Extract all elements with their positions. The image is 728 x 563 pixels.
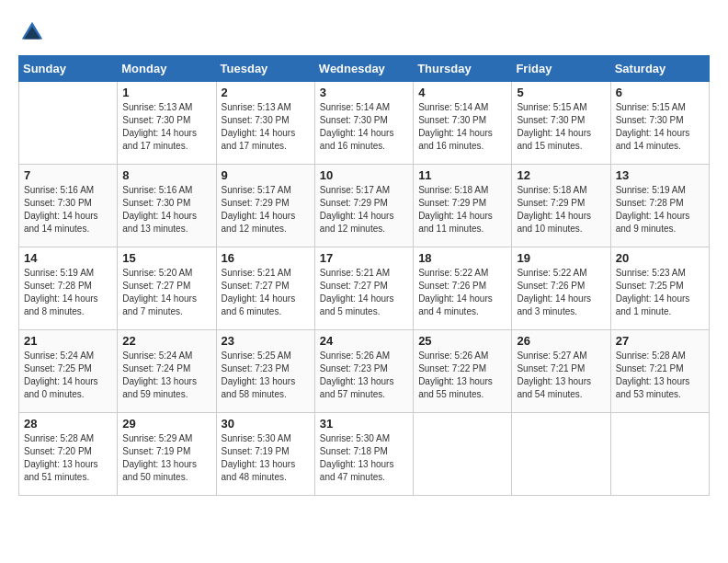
weekday-header-monday: Monday (118, 56, 216, 82)
calendar-cell: 9Sunrise: 5:17 AMSunset: 7:29 PMDaylight… (216, 165, 314, 247)
calendar-cell: 1Sunrise: 5:13 AMSunset: 7:30 PMDaylight… (118, 82, 216, 165)
week-row-4: 21Sunrise: 5:24 AMSunset: 7:25 PMDayligh… (19, 330, 710, 413)
cell-info: Sunrise: 5:30 AMSunset: 7:19 PMDaylight:… (222, 432, 310, 484)
cell-info: Sunrise: 5:23 AMSunset: 7:25 PMDaylight:… (616, 267, 704, 318)
day-number: 26 (517, 334, 605, 348)
cell-info: Sunrise: 5:27 AMSunset: 7:21 PMDaylight:… (517, 350, 605, 401)
day-number: 5 (517, 86, 605, 99)
calendar-cell: 10Sunrise: 5:17 AMSunset: 7:29 PMDayligh… (314, 165, 413, 247)
cell-info: Sunrise: 5:21 AMSunset: 7:27 PMDaylight:… (222, 267, 310, 318)
calendar-cell: 21Sunrise: 5:24 AMSunset: 7:25 PMDayligh… (19, 330, 118, 413)
cell-info: Sunrise: 5:13 AMSunset: 7:30 PMDaylight:… (222, 101, 310, 153)
calendar-cell: 18Sunrise: 5:22 AMSunset: 7:26 PMDayligh… (414, 247, 512, 330)
calendar-cell: 27Sunrise: 5:28 AMSunset: 7:21 PMDayligh… (610, 330, 709, 413)
calendar-cell: 25Sunrise: 5:26 AMSunset: 7:22 PMDayligh… (414, 330, 512, 413)
calendar-cell: 30Sunrise: 5:30 AMSunset: 7:19 PMDayligh… (216, 413, 314, 496)
calendar-cell: 13Sunrise: 5:19 AMSunset: 7:28 PMDayligh… (610, 165, 709, 247)
calendar-cell: 17Sunrise: 5:21 AMSunset: 7:27 PMDayligh… (314, 247, 413, 330)
calendar-cell: 6Sunrise: 5:15 AMSunset: 7:30 PMDaylight… (610, 82, 709, 165)
calendar-cell: 8Sunrise: 5:16 AMSunset: 7:30 PMDaylight… (118, 165, 216, 247)
cell-info: Sunrise: 5:14 AMSunset: 7:30 PMDaylight:… (320, 101, 408, 153)
day-number: 18 (418, 251, 506, 265)
calendar-cell: 20Sunrise: 5:23 AMSunset: 7:25 PMDayligh… (610, 247, 709, 330)
calendar-cell: 3Sunrise: 5:14 AMSunset: 7:30 PMDaylight… (314, 82, 413, 165)
weekday-header-wednesday: Wednesday (314, 56, 413, 82)
week-row-3: 14Sunrise: 5:19 AMSunset: 7:28 PMDayligh… (19, 247, 710, 330)
calendar-cell: 16Sunrise: 5:21 AMSunset: 7:27 PMDayligh… (216, 247, 314, 330)
calendar-cell: 12Sunrise: 5:18 AMSunset: 7:29 PMDayligh… (512, 165, 610, 247)
day-number: 12 (517, 168, 605, 182)
day-number: 11 (418, 168, 506, 182)
calendar-cell: 26Sunrise: 5:27 AMSunset: 7:21 PMDayligh… (512, 330, 610, 413)
day-number: 29 (122, 417, 210, 431)
cell-info: Sunrise: 5:25 AMSunset: 7:23 PMDaylight:… (222, 350, 310, 401)
day-number: 7 (24, 168, 112, 182)
calendar-cell: 4Sunrise: 5:14 AMSunset: 7:30 PMDaylight… (414, 82, 512, 165)
day-number: 1 (122, 86, 210, 99)
cell-info: Sunrise: 5:15 AMSunset: 7:30 PMDaylight:… (616, 101, 704, 153)
calendar-cell: 28Sunrise: 5:28 AMSunset: 7:20 PMDayligh… (19, 413, 118, 496)
cell-info: Sunrise: 5:17 AMSunset: 7:29 PMDaylight:… (222, 184, 310, 236)
cell-info: Sunrise: 5:20 AMSunset: 7:27 PMDaylight:… (122, 267, 210, 318)
week-row-5: 28Sunrise: 5:28 AMSunset: 7:20 PMDayligh… (19, 413, 710, 496)
calendar-cell: 2Sunrise: 5:13 AMSunset: 7:30 PMDaylight… (216, 82, 314, 165)
day-number: 10 (320, 168, 408, 182)
weekday-header-sunday: Sunday (19, 56, 118, 82)
day-number: 23 (222, 334, 310, 348)
weekday-header-thursday: Thursday (414, 56, 512, 82)
day-number: 4 (418, 86, 506, 99)
cell-info: Sunrise: 5:18 AMSunset: 7:29 PMDaylight:… (517, 184, 605, 236)
calendar-cell (19, 82, 118, 165)
day-number: 17 (320, 251, 408, 265)
calendar-cell: 23Sunrise: 5:25 AMSunset: 7:23 PMDayligh… (216, 330, 314, 413)
day-number: 14 (24, 251, 112, 265)
cell-info: Sunrise: 5:17 AMSunset: 7:29 PMDaylight:… (320, 184, 408, 236)
week-row-2: 7Sunrise: 5:16 AMSunset: 7:30 PMDaylight… (19, 165, 710, 247)
day-number: 9 (222, 168, 310, 182)
cell-info: Sunrise: 5:19 AMSunset: 7:28 PMDaylight:… (24, 267, 112, 318)
cell-info: Sunrise: 5:13 AMSunset: 7:30 PMDaylight:… (122, 101, 210, 153)
cell-info: Sunrise: 5:14 AMSunset: 7:30 PMDaylight:… (418, 101, 506, 153)
cell-info: Sunrise: 5:29 AMSunset: 7:19 PMDaylight:… (122, 432, 210, 484)
day-number: 15 (122, 251, 210, 265)
day-number: 16 (222, 251, 310, 265)
day-number: 2 (222, 86, 310, 99)
week-row-1: 1Sunrise: 5:13 AMSunset: 7:30 PMDaylight… (19, 82, 710, 165)
weekday-header-friday: Friday (512, 56, 610, 82)
weekday-header-tuesday: Tuesday (216, 56, 314, 82)
day-number: 8 (122, 168, 210, 182)
day-number: 22 (122, 334, 210, 348)
day-number: 21 (24, 334, 112, 348)
cell-info: Sunrise: 5:18 AMSunset: 7:29 PMDaylight:… (418, 184, 506, 236)
day-number: 31 (320, 417, 408, 431)
weekday-header-row: SundayMondayTuesdayWednesdayThursdayFrid… (19, 56, 710, 82)
cell-info: Sunrise: 5:30 AMSunset: 7:18 PMDaylight:… (320, 432, 408, 484)
day-number: 27 (616, 334, 704, 348)
calendar-cell: 24Sunrise: 5:26 AMSunset: 7:23 PMDayligh… (314, 330, 413, 413)
calendar-cell: 14Sunrise: 5:19 AMSunset: 7:28 PMDayligh… (19, 247, 118, 330)
calendar-cell (414, 413, 512, 496)
calendar-cell: 19Sunrise: 5:22 AMSunset: 7:26 PMDayligh… (512, 247, 610, 330)
cell-info: Sunrise: 5:26 AMSunset: 7:23 PMDaylight:… (320, 350, 408, 401)
cell-info: Sunrise: 5:16 AMSunset: 7:30 PMDaylight:… (122, 184, 210, 236)
cell-info: Sunrise: 5:28 AMSunset: 7:21 PMDaylight:… (616, 350, 704, 401)
day-number: 25 (418, 334, 506, 348)
cell-info: Sunrise: 5:24 AMSunset: 7:25 PMDaylight:… (24, 350, 112, 401)
calendar-cell (610, 413, 709, 496)
day-number: 3 (320, 86, 408, 99)
day-number: 13 (616, 168, 704, 182)
cell-info: Sunrise: 5:26 AMSunset: 7:22 PMDaylight:… (418, 350, 506, 401)
day-number: 28 (24, 417, 112, 431)
calendar-cell: 22Sunrise: 5:24 AMSunset: 7:24 PMDayligh… (118, 330, 216, 413)
calendar-cell: 11Sunrise: 5:18 AMSunset: 7:29 PMDayligh… (414, 165, 512, 247)
cell-info: Sunrise: 5:22 AMSunset: 7:26 PMDaylight:… (517, 267, 605, 318)
day-number: 6 (616, 86, 704, 99)
cell-info: Sunrise: 5:19 AMSunset: 7:28 PMDaylight:… (616, 184, 704, 236)
page-header (18, 18, 710, 46)
weekday-header-saturday: Saturday (610, 56, 709, 82)
day-number: 19 (517, 251, 605, 265)
calendar-cell: 15Sunrise: 5:20 AMSunset: 7:27 PMDayligh… (118, 247, 216, 330)
calendar-cell (512, 413, 610, 496)
cell-info: Sunrise: 5:21 AMSunset: 7:27 PMDaylight:… (320, 267, 408, 318)
cell-info: Sunrise: 5:15 AMSunset: 7:30 PMDaylight:… (517, 101, 605, 153)
